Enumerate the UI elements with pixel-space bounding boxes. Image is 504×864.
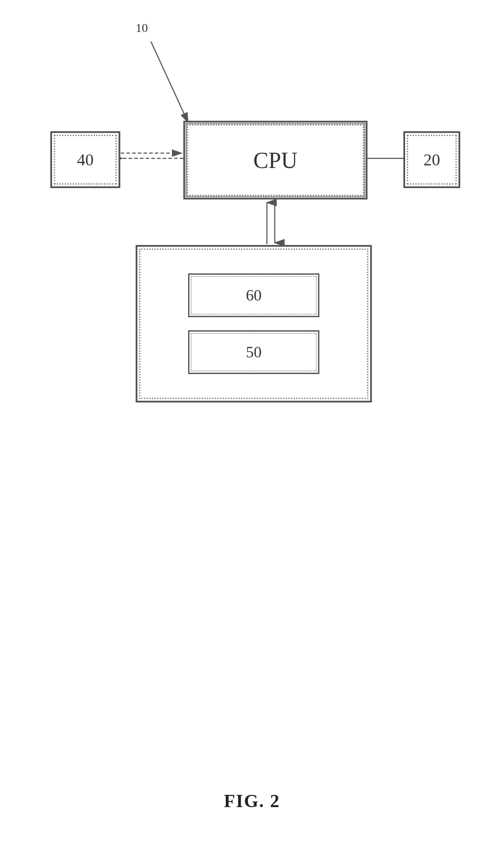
figure-caption: FIG. 2 xyxy=(224,791,280,812)
box-50-label: 50 xyxy=(246,343,262,361)
box-40-label: 40 xyxy=(77,150,94,169)
box-20-label: 20 xyxy=(424,150,440,169)
box-60: 60 xyxy=(188,273,319,317)
cpu-label: CPU xyxy=(253,147,298,173)
box-60-label: 60 xyxy=(246,286,262,304)
box-20: 20 xyxy=(403,131,460,188)
diagram-container: 10 CPU 40 20 60 50 FIG. 2 xyxy=(0,0,504,864)
svg-line-0 xyxy=(151,42,188,122)
box-50: 50 xyxy=(188,330,319,374)
bottom-box: 60 50 xyxy=(136,245,372,402)
cpu-box: CPU xyxy=(183,121,368,199)
reference-number-10: 10 xyxy=(136,21,148,35)
box-40: 40 xyxy=(50,131,120,188)
